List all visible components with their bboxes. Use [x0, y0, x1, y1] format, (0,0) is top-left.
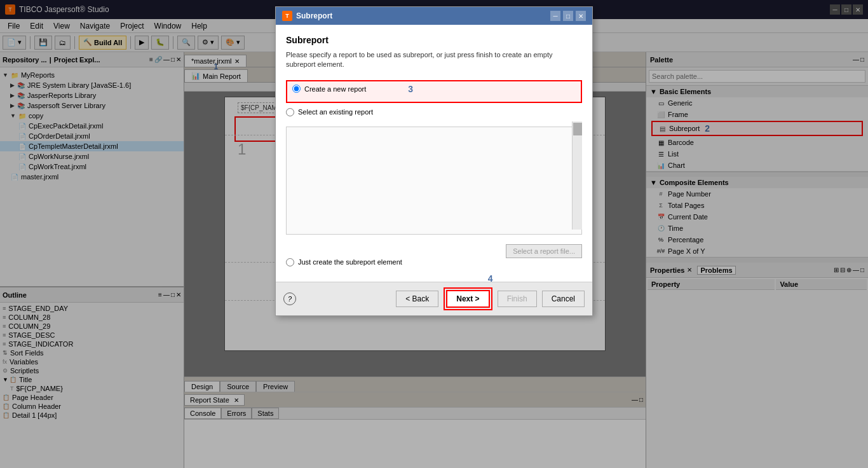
dialog-icon: T: [282, 11, 292, 21]
cancel-btn[interactable]: Cancel: [542, 291, 585, 307]
next-btn-label: Next >: [456, 294, 479, 303]
next-btn-container: Next >: [444, 287, 492, 310]
cancel-btn-label: Cancel: [552, 294, 575, 303]
dialog-footer: ? 4 < Back Next > Finish Cancel: [276, 282, 592, 315]
dialog-heading: Subreport: [286, 35, 582, 45]
select-report-btn[interactable]: Select a report file...: [506, 244, 582, 258]
dialog-maximize-btn[interactable]: □: [563, 11, 573, 21]
annotation-3: 3: [408, 84, 413, 94]
dialog-description: Please specify a report to be used as su…: [286, 50, 582, 70]
option-select-existing-radio[interactable]: [286, 108, 294, 116]
dialog-titlebar: T Subreport ─ □ ✕: [276, 7, 592, 25]
option-just-create-label: Just create the subreport element: [298, 258, 402, 266]
option-just-create-radio[interactable]: [286, 258, 294, 266]
scroll-thumb: [573, 123, 582, 135]
finish-btn[interactable]: Finish: [498, 291, 537, 307]
dialog-title-label: Subreport: [296, 11, 332, 20]
option-select-existing[interactable]: Select an existing report: [286, 108, 582, 116]
file-area: [286, 121, 582, 242]
dialog-body: Subreport Please specify a report to be …: [276, 25, 592, 282]
back-btn-label: < Back: [405, 294, 429, 303]
back-btn[interactable]: < Back: [396, 291, 438, 307]
dialog-close-btn[interactable]: ✕: [576, 11, 586, 21]
help-icon[interactable]: ?: [283, 292, 296, 305]
option-just-create[interactable]: Just create the subreport element: [286, 258, 582, 266]
option-select-existing-label: Select an existing report: [298, 108, 373, 116]
textarea-scrollbar: [572, 121, 582, 230]
finish-btn-label: Finish: [507, 294, 527, 303]
annotation-4: 4: [488, 273, 493, 284]
option-create-new-radio[interactable]: [292, 85, 301, 93]
file-path-textarea[interactable]: [286, 127, 582, 235]
dialog-overlay: T Subreport ─ □ ✕ Subreport Please speci…: [0, 0, 868, 468]
option-create-new[interactable]: Create a new report 3: [292, 84, 576, 94]
option-create-new-container: Create a new report 3: [286, 80, 582, 103]
dialog-minimize-btn[interactable]: ─: [550, 11, 560, 21]
dialog-titlebar-controls: ─ □ ✕: [550, 11, 586, 21]
subreport-dialog: T Subreport ─ □ ✕ Subreport Please speci…: [275, 6, 593, 316]
option-create-new-label: Create a new report: [304, 85, 366, 93]
dialog-buttons: 4 < Back Next > Finish Cancel: [396, 287, 585, 310]
next-btn[interactable]: Next >: [446, 290, 489, 308]
